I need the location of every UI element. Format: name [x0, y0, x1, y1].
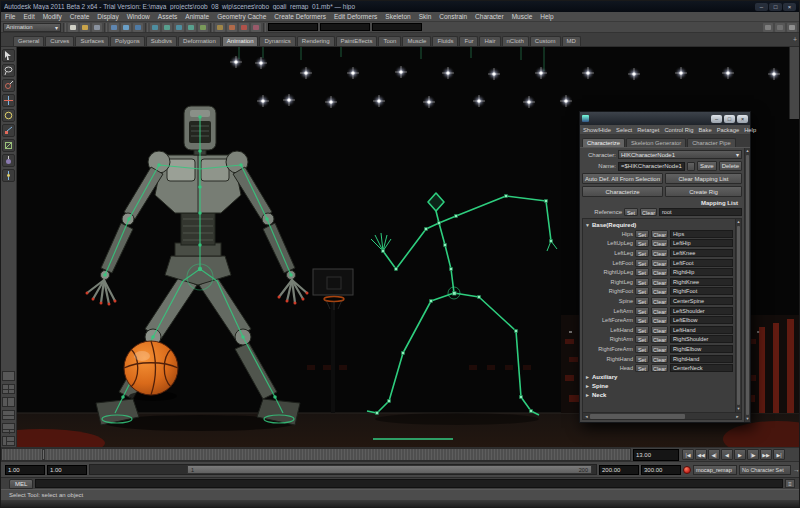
universal-manipulator-icon[interactable] — [2, 139, 15, 152]
play-forwards-button[interactable]: ▶ — [734, 449, 746, 460]
joint-value-field[interactable]: RightElbow — [670, 345, 733, 353]
joint-value-field[interactable]: Hips — [670, 230, 733, 238]
characterize-button[interactable]: Characterize — [582, 186, 663, 197]
scroll-left-icon[interactable]: ◄ — [583, 414, 590, 419]
minimize-button[interactable]: – — [755, 3, 768, 11]
shelf-tab-subdivs[interactable]: Subdivs — [146, 36, 177, 46]
mapping-list-horizontal-scrollbar[interactable]: ◄ ► — [583, 412, 741, 419]
base-section-header[interactable]: ▼ Base(Required) — [583, 220, 735, 229]
snap-to-grid-icon[interactable] — [150, 23, 160, 32]
clear-button[interactable]: Clear — [651, 278, 668, 286]
scroll-right-icon[interactable]: ► — [734, 414, 741, 419]
set-button[interactable]: Set — [635, 239, 649, 247]
hik-maximize-button[interactable]: □ — [724, 115, 735, 123]
shelf-tab-deformation[interactable]: Deformation — [178, 36, 221, 46]
hik-minimize-button[interactable]: – — [711, 115, 722, 123]
hik-tab-character-pipe[interactable]: Character Pipe — [687, 138, 736, 147]
show-attribute-editor-icon[interactable] — [763, 23, 773, 32]
menu-file[interactable]: File — [5, 13, 15, 20]
scrollbar-thumb[interactable] — [737, 226, 740, 405]
clear-button[interactable]: Clear — [651, 316, 668, 324]
menu-skin[interactable]: Skin — [419, 13, 432, 20]
delete-button[interactable]: Delete — [719, 161, 742, 171]
hik-tab-characterize[interactable]: Characterize — [582, 138, 625, 147]
set-button[interactable]: Set — [635, 316, 649, 324]
set-button[interactable]: Set — [635, 297, 649, 305]
selection-input-field[interactable] — [320, 23, 370, 31]
joint-value-field[interactable]: LeftKnee — [670, 249, 733, 257]
perspective-viewport[interactable]: – □ × Show/Hide Select Retarget Control … — [17, 47, 799, 447]
shelf-tab-rendering[interactable]: Rendering — [297, 36, 335, 46]
select-by-component-icon[interactable] — [133, 23, 143, 32]
hypershade-persp-layout-button[interactable] — [2, 410, 15, 420]
joint-value-field[interactable]: RightKnee — [670, 278, 733, 286]
menu-edit-deformers[interactable]: Edit Deformers — [334, 13, 377, 20]
snap-to-plane-icon[interactable] — [186, 23, 196, 32]
move-tool-icon[interactable] — [2, 94, 15, 107]
make-live-icon[interactable] — [198, 23, 208, 32]
snap-to-curve-icon[interactable] — [162, 23, 172, 32]
mel-toggle-button[interactable]: MEL — [9, 479, 33, 489]
menu-muscle[interactable]: Muscle — [512, 13, 533, 20]
absolute-transform-field[interactable] — [268, 23, 318, 31]
reference-value-field[interactable]: root — [659, 208, 742, 216]
clear-button[interactable]: Clear — [651, 230, 668, 238]
divider[interactable] — [145, 23, 148, 32]
joint-value-field[interactable]: LeftHip — [670, 239, 733, 247]
step-forward-key-button[interactable]: |▶ — [747, 449, 759, 460]
menu-character[interactable]: Character — [475, 13, 504, 20]
set-button[interactable]: Set — [635, 355, 649, 363]
divider[interactable] — [104, 23, 107, 32]
shelf-tab-general[interactable]: General — [13, 36, 44, 46]
scroll-down-icon[interactable]: ▼ — [745, 416, 750, 422]
set-button[interactable]: Set — [635, 335, 649, 343]
open-scene-icon[interactable] — [80, 23, 90, 32]
menu-create-deformers[interactable]: Create Deformers — [274, 13, 326, 20]
menu-window[interactable]: Window — [127, 13, 150, 20]
clip-dropdown[interactable]: mocap_remap — [693, 465, 737, 475]
shelf-tab-custom[interactable]: Custom — [530, 36, 561, 46]
name-expand-button[interactable] — [687, 162, 695, 171]
clear-button[interactable]: Clear — [651, 287, 668, 295]
hik-menu-help[interactable]: Help — [744, 127, 756, 133]
reference-clear-button[interactable]: Clear — [640, 208, 657, 216]
show-channel-box-icon[interactable] — [787, 23, 797, 32]
show-manipulator-tool-icon[interactable] — [2, 169, 15, 182]
shelf-tab-dynamics[interactable]: Dynamics — [259, 36, 295, 46]
shelf-tab-curves[interactable]: Curves — [45, 36, 74, 46]
save-button[interactable]: Save — [697, 161, 717, 171]
shelf-tab-animation[interactable]: Animation — [222, 36, 259, 46]
clear-button[interactable]: Clear — [651, 326, 668, 334]
command-input-field[interactable] — [35, 479, 783, 488]
current-time-field[interactable]: 13.00 — [633, 449, 679, 461]
shelf-overflow-icon[interactable]: + — [793, 34, 797, 46]
spine-section-header[interactable]: ►Spine — [583, 382, 735, 391]
menu-edit[interactable]: Edit — [23, 13, 34, 20]
mapping-list-vertical-scrollbar[interactable]: ▲ ▼ — [735, 219, 741, 412]
playback-start-field[interactable]: 1.00 — [47, 465, 87, 475]
hik-menu-select[interactable]: Select — [616, 127, 632, 133]
range-slider-bar[interactable]: 1 200 — [187, 465, 592, 474]
new-scene-icon[interactable] — [68, 23, 78, 32]
joint-value-field[interactable]: CenterNeck — [670, 364, 733, 372]
menu-create[interactable]: Create — [70, 13, 90, 20]
select-by-hierarchy-icon[interactable] — [109, 23, 119, 32]
reference-set-button[interactable]: Set — [624, 208, 638, 216]
menu-animate[interactable]: Animate — [185, 13, 209, 20]
time-slider[interactable] — [1, 448, 631, 461]
render-icon[interactable] — [227, 23, 237, 32]
clear-button[interactable]: Clear — [651, 268, 668, 276]
soft-mod-tool-icon[interactable] — [2, 154, 15, 167]
menu-help[interactable]: Help — [540, 13, 553, 20]
step-forward-frame-button[interactable]: ▶▶ — [760, 449, 772, 460]
set-button[interactable]: Set — [635, 307, 649, 315]
step-back-frame-button[interactable]: ◀◀ — [695, 449, 707, 460]
show-tool-settings-icon[interactable] — [775, 23, 785, 32]
menu-constrain[interactable]: Constrain — [439, 13, 467, 20]
name-field[interactable]: =$HIKCharacterNode1 — [618, 162, 685, 171]
hik-tab-skeleton-generator[interactable]: Skeleton Generator — [626, 138, 686, 147]
channel-box-collapsed-strip[interactable] — [789, 47, 799, 119]
clear-button[interactable]: Clear — [651, 239, 668, 247]
hik-menu-package[interactable]: Package — [717, 127, 740, 133]
scrollbar-thumb[interactable] — [590, 414, 685, 419]
